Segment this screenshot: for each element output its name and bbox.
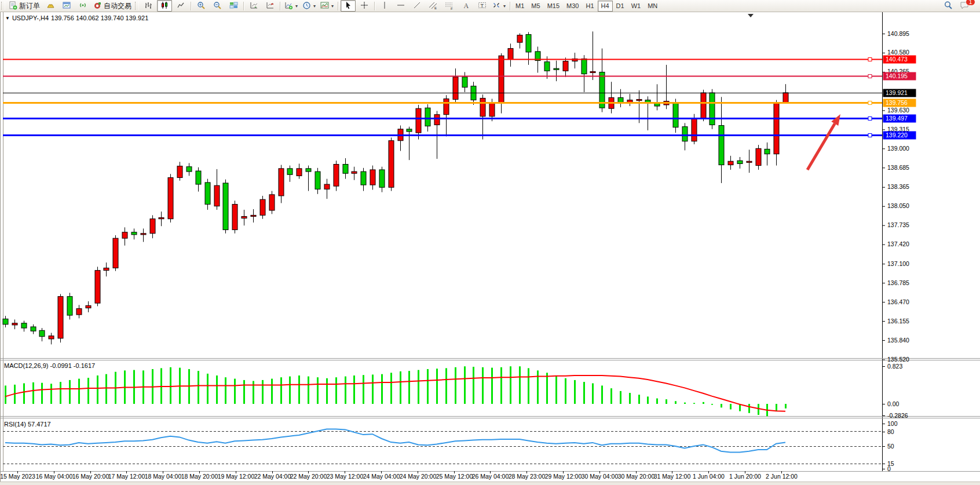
timeframe-m30[interactable]: M30	[563, 1, 582, 12]
text-label-button[interactable]: T	[474, 0, 489, 12]
candle	[774, 100, 779, 166]
time-axis-label: 23 May 12:00	[327, 473, 364, 480]
bar-chart-button[interactable]	[141, 0, 156, 12]
candle	[287, 166, 292, 182]
toolbar-separator	[374, 2, 375, 10]
timeframe-h1[interactable]: H1	[582, 1, 597, 12]
candle	[361, 168, 366, 191]
chart-title-symbol: USDJPY-,H4	[12, 14, 49, 21]
chart-window-button[interactable]	[59, 0, 74, 12]
time-axis-label: 29 May 12:00	[545, 473, 582, 480]
candle	[223, 180, 228, 234]
rsi-axis-label: 80	[887, 428, 894, 435]
collapse-triangle-icon[interactable]: ▼	[5, 16, 10, 21]
signals-button[interactable]	[75, 0, 90, 12]
timeframe-d1[interactable]: D1	[613, 1, 628, 12]
price-badge-label: 139.921	[886, 89, 908, 96]
toolbar-grip[interactable]	[1, 2, 5, 10]
time-axis-label: 1 Jun 04:00	[693, 473, 725, 480]
arrows-button[interactable]: ▾	[491, 0, 507, 12]
auto-trading-icon	[93, 1, 102, 10]
crosshair-button[interactable]	[357, 0, 372, 12]
periods-button[interactable]: ▾	[301, 0, 317, 12]
horizontal-line-button[interactable]	[393, 0, 408, 12]
candle	[260, 196, 265, 219]
notifications-button[interactable]: 1	[957, 0, 972, 12]
candle	[645, 96, 650, 130]
auto-trading-button[interactable]: 自动交易	[92, 0, 133, 12]
toolbar-grip[interactable]	[135, 2, 139, 10]
candle	[104, 262, 109, 276]
candle	[150, 215, 155, 238]
price-axis-label: 137.100	[887, 260, 909, 267]
annotation-arrow-shaft[interactable]	[807, 123, 835, 170]
candle	[168, 174, 173, 223]
rsi-axis-label: 0	[887, 465, 891, 472]
time-axis-label: 16 May 20:00	[72, 473, 109, 480]
svg-text:E: E	[434, 6, 437, 10]
candle	[122, 227, 127, 245]
chevron-down-icon: ▾	[295, 3, 298, 9]
templates-button[interactable]: ▾	[319, 0, 335, 12]
price-axis-label: 138.685	[887, 164, 909, 171]
candle	[590, 31, 595, 80]
line-handle[interactable]	[868, 134, 872, 137]
tile-windows-button[interactable]	[226, 0, 241, 12]
timeframe-m15[interactable]: M15	[544, 1, 563, 12]
indicators-button[interactable]: ▾	[283, 0, 299, 12]
candle	[242, 210, 247, 225]
zoom-out-button[interactable]	[210, 0, 225, 12]
timeframe-h4[interactable]: H4	[598, 1, 613, 12]
chart-window-icon	[63, 1, 71, 10]
auto-trading-label: 自动交易	[104, 1, 131, 11]
candle	[554, 61, 559, 82]
price-axis-label: 135.840	[887, 337, 909, 344]
candle	[12, 319, 17, 329]
chart-window[interactable]: 140.895140.580140.265139.630139.315139.0…	[0, 12, 980, 482]
new-order-button[interactable]: 新订单	[7, 0, 42, 12]
candle	[618, 89, 623, 107]
line-handle[interactable]	[868, 117, 872, 121]
fibonacci-button[interactable]: F	[442, 0, 457, 12]
timeframe-m1[interactable]: M1	[512, 1, 528, 12]
price-axis-label: 138.050	[887, 202, 909, 209]
text-icon: A	[462, 1, 470, 10]
macd-axis-label: -0.2826	[887, 412, 908, 419]
chart-shift-marker[interactable]	[748, 14, 754, 17]
text-button[interactable]: A	[458, 0, 473, 12]
zoom-in-button[interactable]	[193, 0, 209, 12]
candle	[279, 165, 284, 203]
timeframe-mn[interactable]: MN	[644, 1, 661, 12]
svg-text:F: F	[451, 6, 453, 10]
timeframe-m5[interactable]: M5	[528, 1, 543, 12]
candle	[58, 294, 63, 342]
candle	[95, 267, 100, 306]
search-button[interactable]	[941, 0, 956, 12]
auto-scroll-button[interactable]	[246, 0, 261, 12]
candle	[343, 158, 348, 179]
candlestick-chart-icon	[160, 1, 169, 10]
toolbar-separator	[280, 2, 280, 10]
chart-shift-button[interactable]	[262, 0, 277, 12]
trendline-button[interactable]	[409, 0, 425, 12]
candlestick-chart-button[interactable]	[157, 0, 172, 12]
time-axis-label: 25 May 12:00	[436, 473, 473, 480]
candle	[232, 200, 237, 234]
timeframe-w1[interactable]: W1	[628, 1, 645, 12]
price-axis-label: 137.420	[887, 240, 909, 247]
time-axis-label: 26 May 04:00	[472, 473, 509, 480]
line-handle[interactable]	[868, 101, 872, 105]
line-handle[interactable]	[868, 58, 872, 61]
line-chart-icon	[177, 1, 185, 10]
line-chart-button[interactable]	[173, 0, 188, 12]
cursor-button[interactable]	[341, 0, 356, 12]
price-axis-label: 135.520	[887, 356, 909, 363]
line-handle[interactable]	[868, 75, 872, 78]
horizontal-line-icon	[397, 1, 405, 10]
annotation-arrow-head[interactable]	[831, 114, 840, 126]
equidistant-channel-button[interactable]: E	[426, 0, 441, 12]
price-badge-label: 139.220	[886, 132, 908, 138]
price-chart-canvas[interactable]: 140.895140.580140.265139.630139.315139.0…	[1, 12, 980, 482]
vertical-line-button[interactable]	[377, 0, 392, 12]
market-watch-button[interactable]	[43, 0, 58, 12]
